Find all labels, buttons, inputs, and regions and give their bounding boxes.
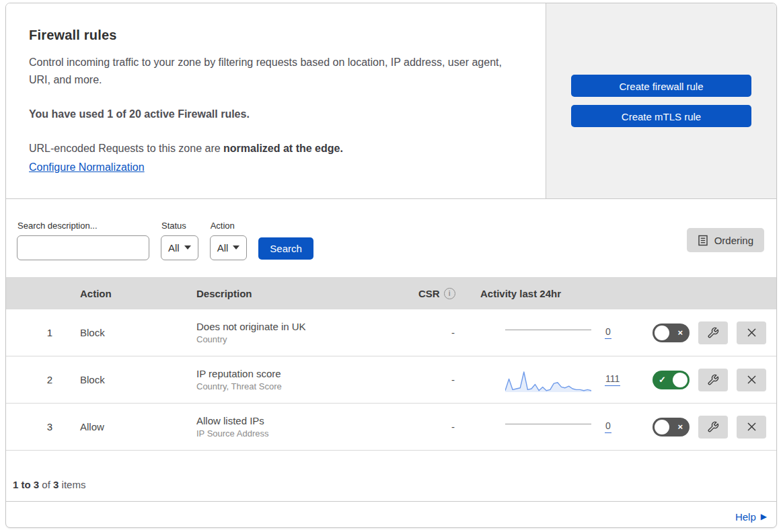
activity-flatline: [505, 330, 591, 330]
rule-criteria: Country: [196, 334, 406, 344]
delete-rule-button[interactable]: [737, 369, 766, 391]
rule-criteria: Country, Threat Score: [196, 381, 406, 391]
create-mtls-rule-button[interactable]: Create mTLS rule: [571, 105, 751, 127]
page-description: Control incoming traffic to your zone by…: [29, 54, 505, 89]
action-value: All: [217, 242, 229, 254]
filter-controls: Search description... Status All Action …: [17, 221, 313, 260]
edit-rule-button[interactable]: [698, 321, 728, 344]
firewall-rules-card: Firewall rules Control incoming traffic …: [5, 3, 777, 528]
normalization-prefix: URL-encoded Requests to this zone are: [29, 143, 223, 154]
chevron-down-icon: [233, 245, 239, 250]
search-button[interactable]: Search: [258, 237, 313, 260]
status-label: Status: [161, 221, 198, 231]
arrow-right-icon: ▶: [761, 512, 767, 521]
wrench-icon: [707, 327, 719, 339]
toggle-x-icon: ×: [677, 422, 683, 432]
table-row: 1 Block Does not originate in UK Country…: [6, 309, 776, 356]
summary-total: 3: [53, 479, 59, 490]
ordering-button[interactable]: Ordering: [687, 228, 764, 252]
help-bar: Help ▶: [6, 502, 776, 528]
wrench-icon: [707, 421, 719, 433]
close-icon: [747, 375, 757, 385]
close-icon: [747, 328, 757, 338]
rule-csr-value: -: [406, 327, 466, 338]
delete-rule-button[interactable]: [737, 321, 766, 344]
status-value: All: [168, 242, 180, 254]
toggle-knob: [655, 420, 669, 434]
rule-priority: 1: [6, 327, 70, 338]
toggle-knob: [655, 326, 669, 340]
activity-count-link[interactable]: 0: [605, 420, 611, 433]
edit-rule-button[interactable]: [698, 416, 728, 439]
create-firewall-rule-button[interactable]: Create firewall rule: [571, 75, 751, 97]
summary-range: 1 to 3: [13, 479, 39, 490]
table-header: Action Description CSR i Activity last 2…: [6, 277, 776, 309]
summary-of: of: [42, 479, 50, 490]
table-row: 2 Block IP reputation score Country, Thr…: [6, 356, 776, 404]
list-document-icon: [698, 235, 708, 246]
rule-priority: 3: [6, 421, 70, 432]
top-section: Firewall rules Control incoming traffic …: [6, 3, 776, 199]
help-label: Help: [735, 511, 756, 523]
search-group: Search description...: [17, 221, 149, 260]
info-icon[interactable]: i: [444, 288, 455, 299]
table-row: 3 Allow Allow listed IPs IP Source Addre…: [6, 404, 776, 451]
rule-action: Block: [70, 327, 186, 338]
rule-description: IP reputation score: [196, 368, 406, 379]
summary-items: items: [62, 479, 86, 490]
toggle-x-icon: ×: [677, 328, 683, 338]
rule-criteria: IP Source Address: [196, 428, 406, 439]
rule-csr-value: -: [406, 374, 466, 385]
rule-priority: 2: [6, 374, 70, 385]
configure-normalization-link[interactable]: Configure Normalization: [29, 161, 145, 174]
rule-enabled-toggle[interactable]: × ✓: [653, 371, 690, 389]
search-input[interactable]: [27, 241, 151, 254]
column-csr: CSR: [418, 288, 440, 299]
rule-action: Allow: [70, 421, 186, 432]
status-group: Status All: [161, 221, 198, 260]
page-title: Firewall rules: [29, 28, 505, 43]
activity-flatline: [505, 424, 591, 424]
column-action: Action: [70, 288, 186, 299]
actions-panel: Create firewall rule Create mTLS rule: [546, 3, 776, 198]
normalization-bold: normalized at the edge.: [223, 143, 343, 154]
pagination-summary: 1 to 3 of 3 items: [6, 451, 776, 502]
search-input-wrap: [17, 235, 149, 260]
column-description: Description: [186, 288, 406, 299]
rules-table: Action Description CSR i Activity last 2…: [6, 277, 776, 528]
status-select[interactable]: All: [161, 235, 198, 260]
rule-enabled-toggle[interactable]: × ✓: [653, 418, 690, 436]
rule-csr-value: -: [406, 421, 466, 432]
delete-rule-button[interactable]: [737, 416, 766, 439]
action-group: Action All: [210, 221, 248, 260]
wrench-icon: [707, 374, 719, 386]
search-label: Search description...: [17, 221, 149, 231]
help-link[interactable]: Help ▶: [735, 511, 767, 523]
chevron-down-icon: [184, 245, 191, 250]
action-label: Action: [211, 221, 248, 231]
rule-action: Block: [70, 374, 186, 385]
activity-count-link[interactable]: 0: [605, 326, 611, 339]
action-select[interactable]: All: [210, 235, 248, 260]
normalization-text: URL-encoded Requests to this zone are no…: [29, 140, 505, 157]
toggle-check-icon: ✓: [659, 375, 666, 385]
intro-panel: Firewall rules Control incoming traffic …: [6, 3, 546, 198]
filter-bar: Search description... Status All Action …: [6, 199, 776, 277]
ordering-button-label: Ordering: [714, 235, 753, 246]
rule-description: Allow listed IPs: [196, 415, 406, 426]
rule-description: Does not originate in UK: [196, 321, 406, 332]
column-activity: Activity last 24hr: [466, 288, 635, 299]
close-icon: [747, 422, 757, 432]
edit-rule-button[interactable]: [698, 369, 728, 391]
activity-count-link[interactable]: 111: [605, 373, 620, 386]
usage-text: You have used 1 of 20 active Firewall ru…: [29, 106, 505, 123]
toggle-knob: [673, 373, 687, 387]
rule-enabled-toggle[interactable]: × ✓: [653, 324, 690, 342]
activity-sparkline: [505, 370, 591, 393]
